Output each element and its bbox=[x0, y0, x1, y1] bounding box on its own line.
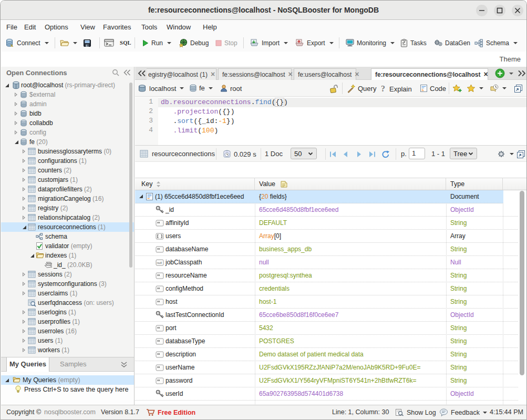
svg-text:null: null bbox=[157, 261, 162, 264]
